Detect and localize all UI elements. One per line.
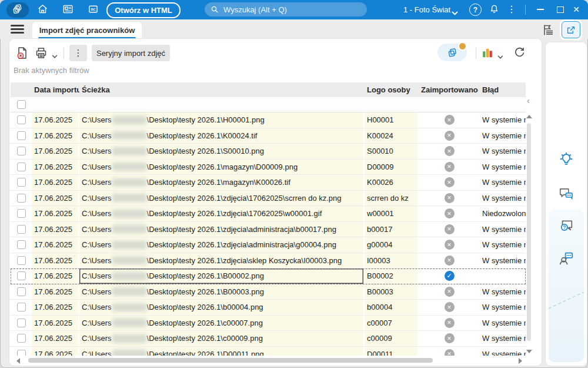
bc-button[interactable]: BC [86,4,99,16]
table-row[interactable]: 17.06.2025C:\Users\Desktop\testy 2026.1\… [11,144,526,160]
cell-import-date[interactable]: 17.06.2025 [32,112,79,128]
vertical-scroll-thumb[interactable] [527,123,531,341]
table-row[interactable]: 17.06.2025C:\Users\Desktop\testy 2026.1\… [11,128,526,144]
table-row[interactable]: 17.06.2025C:\Users\Desktop\testy 2026.1\… [11,300,526,316]
cell-path[interactable]: C:\Users\Desktop\testy 2026.1\B00002.png [79,268,365,284]
print-dropdown-chevron[interactable] [52,51,58,61]
cell-logo[interactable]: c00009 [365,331,419,346]
header-error[interactable]: Błąd [480,82,526,97]
row-checkbox[interactable] [17,240,26,249]
help-button[interactable]: ? [469,4,482,16]
vertical-scrollbar[interactable] [526,112,532,356]
maximize-button[interactable] [553,3,567,16]
search-input[interactable]: Wyszukaj (Alt + Q) [205,2,367,16]
table-row[interactable]: 17.06.2025C:\Users\Desktop\testy 2026.1\… [11,347,526,356]
table-row[interactable]: 17.06.2025C:\Users\Desktop\testy 2026.1\… [11,160,526,175]
cell-logo[interactable]: D00009 [365,160,419,175]
scroll-left-arrow[interactable] [16,358,20,364]
cell-logo[interactable]: S00010 [365,144,419,159]
row-checkbox[interactable] [17,319,26,327]
cell-import-date[interactable]: 17.06.2025 [32,144,79,159]
cell-import-date[interactable]: 17.06.2025 [32,316,79,331]
cell-import-date[interactable]: 17.06.2025 [32,300,79,315]
feedback-button[interactable] [558,185,574,202]
row-checkbox[interactable] [17,209,26,218]
cell-logo[interactable]: c00007 [365,316,419,331]
table-row[interactable]: 17.06.2025C:\Users\Desktop\testy 2026.1\… [11,237,526,253]
horizontal-scroll-thumb[interactable] [28,358,433,363]
scroll-down-arrow[interactable] [526,350,532,353]
table-row[interactable]: 17.06.2025C:\Users\Desktop\testy 2026.1\… [11,112,526,128]
community-button[interactable] [558,250,574,267]
notifications-button[interactable] [487,4,500,16]
more-options-button[interactable]: ⋮ [507,3,516,16]
horizontal-scrollbar[interactable] [11,357,526,364]
cell-import-date[interactable]: 17.06.2025 [32,331,79,346]
row-checkbox[interactable] [17,334,26,343]
company-selector[interactable]: 1 - Foto Świat [403,0,450,19]
cell-import-date[interactable]: 17.06.2025 [32,191,79,206]
cell-logo[interactable]: g00004 [365,237,419,253]
cell-path[interactable]: C:\Users\Desktop\testy 2026.1\D00011.png [79,347,365,356]
chevron-down-icon[interactable] [452,8,458,18]
table-row[interactable]: 17.06.2025C:\Users\Desktop\testy 2026.1\… [11,206,526,222]
analysis-button[interactable] [481,47,495,61]
cell-path[interactable]: C:\Users\Desktop\testy 2026.1\H00001.png [79,112,365,128]
cell-logo[interactable]: K00024 [365,128,419,144]
cell-import-date[interactable]: 17.06.2025 [32,347,79,356]
row-checkbox[interactable] [17,303,26,311]
header-import-date[interactable]: Data importu [32,82,79,97]
minimize-button[interactable] [533,3,547,16]
table-row[interactable]: 17.06.2025C:\Users\Desktop\testy 2026.1\… [11,316,526,331]
row-checkbox[interactable] [17,194,26,203]
table-row[interactable]: 17.06.2025C:\Users\Desktop\testy 2026.1\… [11,253,526,269]
row-checkbox[interactable] [17,225,26,234]
refresh-button[interactable] [513,46,527,60]
cell-path[interactable]: C:\Users\Desktop\testy 2026.1\b00004.png [79,300,365,315]
row-checkbox[interactable] [17,147,26,155]
cell-import-date[interactable]: 17.06.2025 [32,222,79,237]
cell-path[interactable]: C:\Users\Desktop\testy 2026.1\K00024.tif [79,128,365,144]
row-checkbox[interactable] [17,287,26,296]
cell-import-date[interactable]: 17.06.2025 [32,253,79,268]
tab-import-photos[interactable]: Import zdjęć pracowników [32,22,142,39]
main-menu-button[interactable] [11,25,24,34]
cell-path[interactable]: C:\Users\Desktop\testy 2026.1\c00007.png [79,316,365,331]
row-checkbox[interactable] [17,350,26,356]
cell-path[interactable]: C:\Users\Desktop\testy 2026.1\magazyn\D0… [79,160,365,175]
header-imported[interactable]: Zaimportowano [419,82,480,97]
cell-path[interactable]: C:\Users\Desktop\testy 2026.1\c00009.png [79,331,365,346]
table-row[interactable]: 17.06.2025C:\Users\Desktop\testy 2026.1\… [11,284,526,300]
cell-logo[interactable]: B00002 [365,268,419,284]
serial-import-button[interactable]: Seryjny import zdjęć [92,45,170,61]
cell-import-date[interactable]: 17.06.2025 [32,206,79,221]
panel-list-button[interactable] [542,23,556,37]
ideas-button[interactable] [558,151,574,167]
cell-import-date[interactable]: 17.06.2025 [32,284,79,300]
cancel-document-button[interactable] [15,46,29,60]
faq-button[interactable]: ? [558,218,574,234]
cell-logo[interactable]: B00003 [365,284,419,300]
select-all-checkbox[interactable] [17,100,26,109]
open-in-html-button[interactable]: Otwórz w HTML [106,2,181,18]
analysis-dropdown-chevron[interactable] [497,51,503,62]
cell-path[interactable]: C:\Users\Desktop\testy 2026.1\zdjęcia\sk… [79,253,365,268]
table-row[interactable]: 17.06.2025C:\Users\Desktop\testy 2026.1\… [11,222,526,238]
cell-logo[interactable]: D00011 [365,347,419,356]
cell-import-date[interactable]: 17.06.2025 [32,175,79,190]
row-checkbox[interactable] [17,178,26,187]
header-path[interactable]: Ścieżka [79,82,365,97]
cell-logo[interactable]: scrren do kz [365,191,419,206]
cell-path[interactable]: C:\Users\Desktop\testy 2026.1\S00010.png [79,144,365,159]
row-actions-button[interactable]: ⋮ [69,45,87,61]
table-row[interactable]: 17.06.2025C:\Users\Desktop\testy 2026.1\… [11,268,526,284]
scroll-right-arrow[interactable] [519,358,522,364]
cell-path[interactable]: C:\Users\Desktop\testy 2026.1\zdjęcia\ad… [79,222,365,237]
print-button[interactable] [34,46,48,60]
scroll-up-arrow[interactable] [526,115,532,118]
cell-logo[interactable]: K00026 [365,175,419,190]
close-button[interactable]: ✕ [569,3,583,16]
row-checkbox[interactable] [17,163,26,171]
cell-import-date[interactable]: 17.06.2025 [32,237,79,253]
row-checkbox[interactable] [17,115,26,124]
